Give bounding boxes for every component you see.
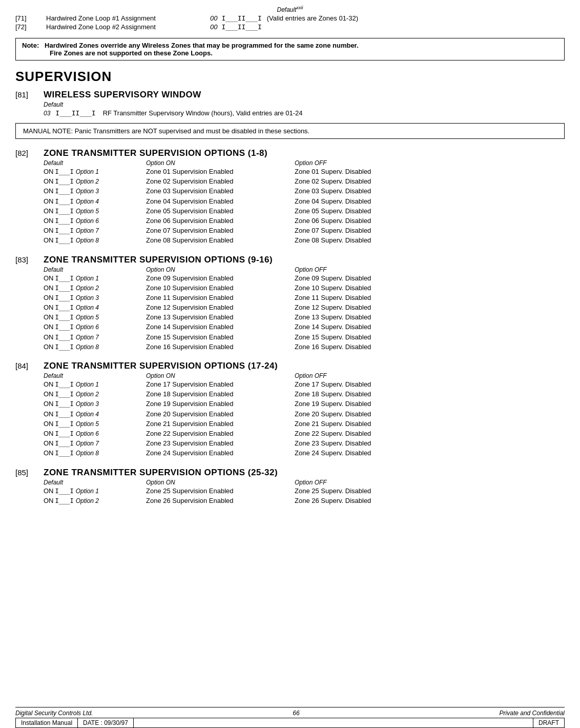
entry-71-label: Hardwired Zone Loop #1 Assignment <box>46 14 210 22</box>
opt-82-7-on: Zone 07 Supervision Enabled <box>146 226 295 235</box>
subsection-83-num: [83] <box>15 255 44 264</box>
opt-83-3-input: I___I <box>55 294 74 302</box>
opt-82-7-input: I___I <box>55 227 74 235</box>
footer-area: Digital Security Controls Ltd. 66 Privat… <box>0 698 580 728</box>
opt-83-7-input: I___I <box>55 333 74 342</box>
opt-84-8-state: ON <box>44 449 54 458</box>
opt-82-3-off: Zone 03 Superv. Disabled <box>295 187 565 196</box>
opt-82-8-state: ON <box>44 236 54 245</box>
col-on-85: Option ON <box>146 479 295 486</box>
subsection-85-header: [85] ZONE TRANSMITTER SUPERVISION OPTION… <box>15 468 565 478</box>
opt-83-7-off: Zone 15 Superv. Disabled <box>295 333 565 342</box>
footer-manual: Installation Manual <box>16 718 78 727</box>
opt-83-4-input: I___I <box>55 304 74 312</box>
opt-84-2-on: Zone 18 Supervision Enabled <box>146 390 295 399</box>
opt-82-6-off: Zone 06 Superv. Disabled <box>295 216 565 226</box>
top-section: Defaultxxii [71] Hardwired Zone Loop #1 … <box>15 5 565 60</box>
opt-82-2-state: ON <box>44 177 54 186</box>
opt-82-8-name: Option 8 <box>76 236 99 245</box>
opt-84-6-input: I___I <box>55 430 74 438</box>
col-default-84: Default <box>44 372 146 379</box>
subsection-81: [81] WIRELESS SUPERVISORY WINDOW Default… <box>15 90 565 139</box>
option-83-6: ONI___IOption 6 Zone 14 Supervision Enab… <box>44 322 565 332</box>
opt-83-5-input: I___I <box>55 313 74 322</box>
entry-72-label: Hardwired Zone Loop #2 Assignment <box>46 23 210 31</box>
opt-83-7-on: Zone 15 Supervision Enabled <box>146 333 295 342</box>
option-82-1: ONI___IOption 1 Zone 01 Supervision Enab… <box>44 167 565 176</box>
opt-85-1-name: Option 1 <box>76 487 99 496</box>
subsection-84-num: [84] <box>15 361 44 370</box>
subsection-85-table: Default Option ON Option OFF ONI___IOpti… <box>44 479 565 505</box>
subsection-82-table: Default Option ON Option OFF ONI___IOpti… <box>44 159 565 246</box>
opt-82-2-off: Zone 02 Superv. Disabled <box>295 177 565 186</box>
subsection-81-note: RF Transmitter Supervisory Window (hours… <box>103 109 303 117</box>
opt-83-1-on: Zone 09 Supervision Enabled <box>146 274 295 283</box>
footer: Digital Security Controls Ltd. 66 Privat… <box>15 707 565 717</box>
opt-85-2-input: I___I <box>55 497 74 505</box>
opt-84-1-state: ON <box>44 380 54 389</box>
entry-71: [71] Hardwired Zone Loop #1 Assignment 0… <box>15 14 565 22</box>
opt-84-7-state: ON <box>44 439 54 448</box>
opt-84-2-name: Option 2 <box>76 390 99 399</box>
col-on-84: Option ON <box>146 372 295 379</box>
subsection-81-title: WIRELESS SUPERVISORY WINDOW <box>44 90 201 100</box>
col-off-83: Option OFF <box>295 266 565 273</box>
option-82-3: ONI___IOption 3 Zone 03 Supervision Enab… <box>44 187 565 196</box>
opt-84-7-on: Zone 23 Supervision Enabled <box>146 439 295 448</box>
subsection-81-default-label: Default <box>44 101 63 108</box>
opt-82-4-name: Option 4 <box>76 197 99 206</box>
opt-84-1-on: Zone 17 Supervision Enabled <box>146 380 295 389</box>
opt-83-2-on: Zone 10 Supervision Enabled <box>146 284 295 293</box>
opt-82-6-state: ON <box>44 216 54 226</box>
opt-82-5-on: Zone 05 Supervision Enabled <box>146 207 295 216</box>
col-on-82: Option ON <box>146 159 295 167</box>
supervision-section: SUPERVISION [81] WIRELESS SUPERVISORY WI… <box>15 69 565 505</box>
subsection-85-header-row: Default Option ON Option OFF <box>44 479 565 486</box>
opt-83-4-state: ON <box>44 303 54 312</box>
opt-84-5-on: Zone 21 Supervision Enabled <box>146 419 295 429</box>
opt-84-5-off: Zone 21 Superv. Disabled <box>295 419 565 429</box>
option-84-6: ONI___IOption 6 Zone 22 Supervision Enab… <box>44 429 565 438</box>
opt-84-3-state: ON <box>44 399 54 409</box>
opt-82-2-on: Zone 02 Supervision Enabled <box>146 177 295 186</box>
opt-82-3-input: I___I <box>55 187 74 196</box>
default-label: Default <box>277 6 296 13</box>
entry-71-default: 00 <box>210 14 217 22</box>
opt-83-8-name: Option 8 <box>76 343 99 352</box>
opt-83-6-state: ON <box>44 322 54 332</box>
option-84-1: ONI___IOption 1 Zone 17 Supervision Enab… <box>44 380 565 389</box>
opt-85-1-input: I___I <box>55 487 74 496</box>
opt-83-3-name: Option 3 <box>76 294 99 302</box>
opt-85-2-off: Zone 26 Superv. Disabled <box>295 496 565 505</box>
col-on-83: Option ON <box>146 266 295 273</box>
option-84-8: ONI___IOption 8 Zone 24 Supervision Enab… <box>44 449 565 458</box>
footer-spacer <box>134 718 533 727</box>
opt-82-2-input: I___I <box>55 177 74 186</box>
opt-85-2-on: Zone 26 Supervision Enabled <box>146 496 295 505</box>
opt-84-4-state: ON <box>44 410 54 419</box>
opt-84-5-state: ON <box>44 419 54 429</box>
opt-82-5-name: Option 5 <box>76 207 99 216</box>
opt-83-8-state: ON <box>44 342 54 352</box>
subsection-84-title: ZONE TRANSMITTER SUPERVISION OPTIONS (17… <box>44 361 278 371</box>
opt-84-3-off: Zone 19 Superv. Disabled <box>295 399 565 409</box>
footer-company: Digital Security Controls Ltd. <box>15 710 93 717</box>
option-83-4: ONI___IOption 4 Zone 12 Supervision Enab… <box>44 303 565 312</box>
subsection-84-header: [84] ZONE TRANSMITTER SUPERVISION OPTION… <box>15 361 565 371</box>
subsection-83-title: ZONE TRANSMITTER SUPERVISION OPTIONS (9-… <box>44 255 273 265</box>
col-off-85: Option OFF <box>295 479 565 486</box>
subsection-85-num: [85] <box>15 468 44 477</box>
footer-page-num: 66 <box>293 710 299 717</box>
subsection-83: [83] ZONE TRANSMITTER SUPERVISION OPTION… <box>15 255 565 352</box>
subsection-83-table: Default Option ON Option OFF ONI___IOpti… <box>44 266 565 352</box>
opt-84-8-off: Zone 24 Superv. Disabled <box>295 449 565 458</box>
entry-71-input: I___II___I <box>221 14 261 22</box>
opt-83-6-input: I___I <box>55 323 74 332</box>
entry-71-note: (Valid entries are Zones 01-32) <box>267 14 358 22</box>
subsection-82-num: [82] <box>15 149 44 157</box>
opt-83-4-name: Option 4 <box>76 304 99 312</box>
opt-82-6-input: I___I <box>55 217 74 226</box>
opt-82-1-off: Zone 01 Superv. Disabled <box>295 167 565 176</box>
option-82-4: ONI___IOption 4 Zone 04 Supervision Enab… <box>44 197 565 206</box>
opt-82-8-input: I___I <box>55 236 74 245</box>
